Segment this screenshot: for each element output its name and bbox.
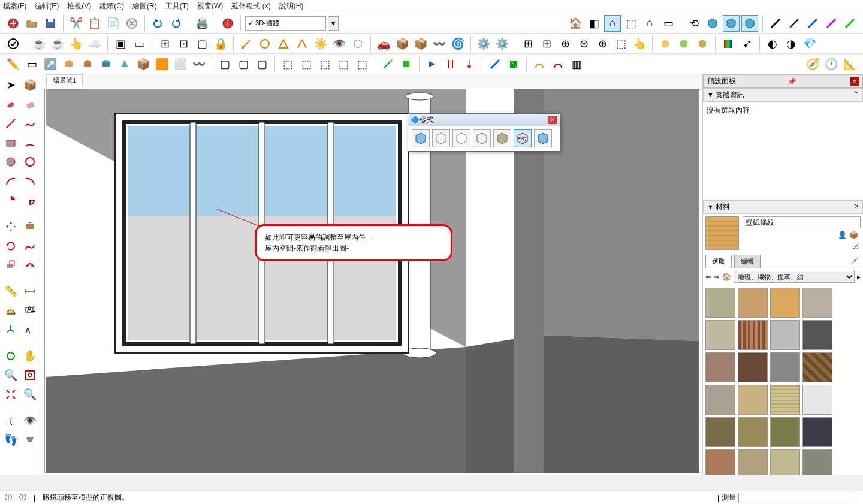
protractor-tool[interactable] xyxy=(2,301,20,319)
material-name-input[interactable] xyxy=(743,216,861,228)
axes-tool[interactable] xyxy=(2,321,20,339)
tool-gear[interactable]: ⚙️ xyxy=(475,35,492,52)
material-thumbnail[interactable] xyxy=(705,417,735,447)
tool-curve-l[interactable] xyxy=(550,56,566,73)
open-button[interactable] xyxy=(23,15,40,32)
tool-shape3[interactable] xyxy=(275,35,292,52)
nav-cube3-button[interactable] xyxy=(741,15,758,32)
polygon-tool[interactable] xyxy=(21,153,39,171)
walk-tool[interactable]: 👣 xyxy=(2,431,20,449)
tool-spiral[interactable]: 🌀 xyxy=(449,35,466,52)
tool-angle[interactable]: 📐 xyxy=(841,56,858,73)
tool-diag1[interactable] xyxy=(487,56,503,73)
tool-sphere3[interactable]: ⊕ xyxy=(594,35,611,52)
tool-nav2[interactable] xyxy=(398,56,415,73)
style-tex[interactable] xyxy=(493,129,511,147)
create-material-icon[interactable]: 👤 xyxy=(838,231,847,239)
material-thumbnail[interactable] xyxy=(770,417,800,447)
view-side-button[interactable]: ⌂ xyxy=(641,15,658,32)
back-icon[interactable]: ⇦ xyxy=(705,273,711,281)
copy-button[interactable]: 📋 xyxy=(86,15,103,32)
tool-wave[interactable]: 〰️ xyxy=(431,35,448,52)
tab-select[interactable]: 選取 xyxy=(705,255,732,268)
scene-tab-1[interactable]: 場景號1 xyxy=(46,74,83,87)
material-thumbnail[interactable] xyxy=(705,449,735,475)
cut-button[interactable]: ✂️ xyxy=(68,15,85,32)
info-icon[interactable]: ⓘ xyxy=(19,493,26,503)
tool-shape1[interactable] xyxy=(238,35,255,52)
tool-gear2[interactable]: ⚙️ xyxy=(494,35,511,52)
home-icon[interactable]: 🏠 xyxy=(722,273,731,281)
tool-line[interactable]: ✏️ xyxy=(5,56,22,73)
material-thumbnail[interactable] xyxy=(770,352,800,382)
tool-shell1[interactable]: ◐ xyxy=(764,35,781,52)
tool-screen2[interactable]: ▭ xyxy=(131,35,147,52)
edge-style3-button[interactable] xyxy=(804,15,821,32)
select-tool[interactable]: ➤ xyxy=(2,76,20,94)
material-thumbnail[interactable] xyxy=(770,385,800,415)
tool-curve-r[interactable] xyxy=(531,56,548,73)
arc-tool[interactable] xyxy=(21,134,39,152)
view-shaded-button[interactable]: ◧ xyxy=(586,15,602,32)
collapse-icon[interactable]: ⌃ xyxy=(853,90,859,98)
menu-item[interactable]: 檔案(F) xyxy=(3,1,26,11)
pushpull-tool[interactable] xyxy=(21,218,39,236)
edge-style2-button[interactable] xyxy=(786,15,802,32)
material-thumbnail[interactable] xyxy=(738,352,768,382)
layer-combo[interactable]: ✓ 3D-牆體 xyxy=(245,16,326,31)
tool-car1[interactable]: 🚗 xyxy=(375,35,392,52)
tool-shape2[interactable] xyxy=(257,35,273,52)
tool-wall[interactable]: ▥ xyxy=(568,56,585,73)
tool-sphere2[interactable]: ⊕ xyxy=(575,35,592,52)
tool-win2[interactable]: ⊡ xyxy=(175,35,192,52)
section-tool[interactable] xyxy=(21,431,39,449)
model-info-button[interactable]: i xyxy=(219,15,236,32)
menu-item[interactable]: 繪圖(R) xyxy=(132,1,157,11)
style-wireframe[interactable] xyxy=(432,129,450,147)
tool-cube2[interactable]: ⬚ xyxy=(612,35,629,52)
move-tool[interactable] xyxy=(2,218,20,236)
close-icon[interactable]: × xyxy=(855,202,859,210)
prev-view-tool[interactable]: 🔍 xyxy=(21,385,39,403)
new-file-button[interactable] xyxy=(5,15,22,32)
tool-eye[interactable]: 👁️ xyxy=(331,35,348,52)
material-thumbnail[interactable] xyxy=(770,320,800,350)
tool-cyl[interactable] xyxy=(98,56,114,73)
menu-item[interactable]: 視窗(W) xyxy=(197,1,223,11)
tool-arr-blue[interactable] xyxy=(424,56,440,73)
paste-button[interactable]: 📄 xyxy=(105,15,122,32)
menu-icon[interactable]: ▸ xyxy=(857,273,861,281)
arc2-tool[interactable] xyxy=(2,172,20,190)
forward-icon[interactable]: ⇨ xyxy=(714,273,720,281)
pan-tool[interactable]: ✋ xyxy=(21,347,39,365)
tool-lock[interactable]: 🔒 xyxy=(212,35,229,52)
paint-tool[interactable] xyxy=(2,95,20,113)
eraser-tool[interactable] xyxy=(21,95,39,113)
material-thumbnail[interactable] xyxy=(802,449,832,475)
material-thumbnail[interactable] xyxy=(802,417,832,447)
tool-a1[interactable] xyxy=(5,35,22,52)
tool-gem[interactable]: 💎 xyxy=(801,35,818,52)
tool-nav1[interactable] xyxy=(379,56,396,73)
orbit-tool[interactable] xyxy=(2,347,20,365)
edge-style5-button[interactable] xyxy=(841,15,858,32)
tool-shape4[interactable] xyxy=(294,35,310,52)
tool-gradient[interactable] xyxy=(720,35,737,52)
menu-item[interactable]: 說明(H) xyxy=(279,1,304,11)
view-top-button[interactable]: ⬚ xyxy=(623,15,639,32)
default-material-icon[interactable]: ◿ xyxy=(853,242,858,250)
material-thumbnail[interactable] xyxy=(738,449,768,475)
material-thumbnail[interactable] xyxy=(802,385,832,415)
material-thumbnail[interactable] xyxy=(770,449,800,475)
tool-sun[interactable]: ☀️ xyxy=(312,35,329,52)
3dtext-tool[interactable]: A xyxy=(21,321,39,339)
style-back[interactable] xyxy=(534,129,552,147)
pie-tool[interactable] xyxy=(2,191,20,209)
tool-render3[interactable] xyxy=(694,35,711,52)
viewport[interactable]: 🔷 樣式 ✕ 如此即可更容易的調整至屋內任一 屋內空間-來作觀看與出圖- xyxy=(44,89,701,473)
tool-copy1[interactable]: ⬚ xyxy=(279,56,296,73)
tool-mark[interactable] xyxy=(505,56,522,73)
arc3-tool[interactable] xyxy=(21,172,39,190)
add-material-icon[interactable]: 📦 xyxy=(849,231,858,239)
edge-style1-button[interactable] xyxy=(767,15,784,32)
